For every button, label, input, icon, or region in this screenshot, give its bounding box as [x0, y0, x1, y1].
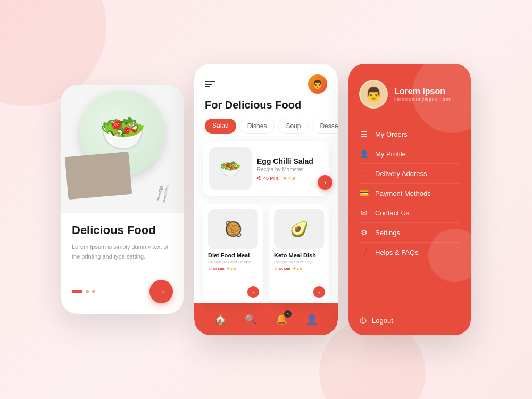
nav-home-icon[interactable]: 🏠: [214, 313, 226, 325]
hamburger-menu[interactable]: [205, 81, 215, 87]
food-card-2: 🥑 Keto Meal Dish Recipe by Chef Zoya ⏱ 4…: [269, 204, 329, 303]
user-email-label: lorem.ipson@gmail.com: [394, 96, 451, 102]
user-avatar-header[interactable]: 👨: [308, 74, 327, 94]
onboarding-screen: 🥗 🍴 Delicious Food Lorem Ipsum is simply…: [61, 85, 184, 314]
menu-item-payment[interactable]: 💳 Payment Methods: [359, 184, 460, 203]
orders-label: My Orders: [375, 130, 408, 138]
nav-search-icon[interactable]: 🔍: [245, 313, 256, 325]
food-card-1-image: 🥘: [208, 209, 258, 249]
featured-food-meta: ⏱ 45 Min ★ 4.9: [257, 176, 323, 181]
card-2-rating-val: 4.9: [297, 267, 302, 271]
user-info: Lorem Ipson lorem.ipson@gmail.com: [394, 87, 451, 102]
food-card-2-recipe: Recipe by Chef Zoya: [274, 260, 324, 264]
contact-icon: ✉: [359, 209, 369, 217]
app-header: 👨: [194, 64, 338, 99]
logout-button[interactable]: ⏻ Logout: [359, 307, 460, 325]
card-1-time: ⏱ 45 Min: [208, 267, 225, 271]
hamburger-line-2: [205, 84, 212, 85]
food-card-2-name: Keto Meal Dish: [274, 252, 324, 259]
tab-dishes[interactable]: Dishes: [239, 119, 275, 134]
payment-label: Payment Methods: [375, 189, 431, 197]
logout-section: ⏻ Logout: [359, 307, 460, 325]
user-profile-section: 👨 Lorem Ipson lorem.ipson@gmail.com: [359, 80, 460, 109]
menu-item-help[interactable]: ❓ Helps & FAQs: [359, 243, 460, 262]
featured-time-badge: ⏱ 45 Min: [257, 176, 278, 181]
featured-rating-value: 4.9: [288, 176, 295, 181]
onboarding-title: Delicious Food: [72, 223, 173, 237]
logout-icon: ⏻: [359, 316, 367, 325]
star-icon-2: ★: [293, 267, 296, 271]
delivery-label: Delivery Address: [375, 170, 427, 178]
dot-3: [92, 290, 95, 293]
utensils-decoration: 🍴: [151, 181, 175, 204]
menu-item-delivery[interactable]: 📍 Delivery Address: [359, 164, 460, 184]
tab-soup[interactable]: Soup: [278, 119, 309, 134]
clock-icon-1: ⏱: [208, 267, 212, 271]
notification-badge: 5: [284, 310, 292, 318]
next-button[interactable]: →: [149, 280, 173, 303]
featured-rating: ★ 4.9: [282, 176, 295, 181]
food-card-1-name: Diet Food Meal: [208, 252, 258, 259]
featured-time-value: 45 Min: [263, 176, 278, 181]
tab-dessert[interactable]: Dessert: [312, 119, 338, 134]
featured-food-card: 🥗 Egg Chilli Salad Recipe by Momstar ⏱ 4…: [203, 141, 329, 196]
food-image-area: 🥗 🍴: [61, 85, 184, 213]
clock-icon-2: ⏱: [274, 267, 278, 271]
card-1-rating: ★ 4.9: [227, 267, 236, 271]
menu-item-contact[interactable]: ✉ Contact Us: [359, 203, 460, 223]
food-card-1-recipe: Recipe by Chef Denny: [208, 260, 258, 264]
card-1-arrow-button[interactable]: ›: [247, 286, 259, 298]
featured-food-recipe: Recipe by Momstar: [257, 167, 323, 172]
card-2-time-val: 45 Min: [279, 267, 290, 271]
delivery-icon: 📍: [359, 169, 369, 178]
menu-item-orders[interactable]: ☰ My Orders: [359, 124, 460, 144]
settings-icon: ⚙: [359, 228, 369, 237]
main-app-screen: 👨 For Delicious Food Salad Dishes Soup D…: [194, 64, 338, 335]
profile-icon: 👤: [359, 149, 369, 158]
help-icon: ❓: [359, 248, 369, 256]
main-title: For Delicious Food: [194, 99, 338, 119]
card-1-time-val: 45 Min: [213, 267, 225, 271]
card-1-rating-val: 4.9: [231, 267, 236, 271]
menu-item-profile[interactable]: 👤 My Profile: [359, 144, 460, 164]
side-menu-content: 👨 Lorem Ipson lorem.ipson@gmail.com ☰ My…: [348, 64, 471, 272]
onboarding-footer: →: [61, 280, 184, 303]
profile-label: My Profile: [375, 150, 406, 158]
card-2-arrow-button[interactable]: ›: [313, 286, 325, 298]
tab-salad[interactable]: Salad: [205, 119, 236, 134]
side-menu-screen: 👨 Lorem Ipson lorem.ipson@gmail.com ☰ My…: [348, 64, 471, 335]
menu-item-settings[interactable]: ⚙ Settings: [359, 223, 460, 243]
main-app-inner: 👨 For Delicious Food Salad Dishes Soup D…: [194, 64, 338, 335]
payment-icon: 💳: [359, 189, 369, 197]
hamburger-line-1: [205, 81, 215, 82]
featured-food-image: 🥗: [209, 147, 252, 190]
dot-2: [86, 290, 89, 293]
nav-notification-icon[interactable]: 🔔 5: [276, 313, 287, 325]
contact-label: Contact Us: [375, 209, 409, 217]
card-2-rating: ★ 4.9: [293, 267, 302, 271]
dot-active: [72, 290, 82, 293]
hamburger-line-3: [205, 86, 210, 87]
card-2-time: ⏱ 45 Min: [274, 267, 290, 271]
logout-label: Logout: [372, 317, 393, 325]
nav-profile-icon[interactable]: 👤: [306, 313, 318, 325]
help-label: Helps & FAQs: [375, 248, 419, 256]
pagination-dots: [72, 290, 95, 293]
category-tabs: Salad Dishes Soup Dessert: [194, 119, 338, 134]
food-card-1-meta: ⏱ 45 Min ★ 4.9: [208, 267, 258, 271]
food-card-1: 🥘 Diet Food Meal Recipe by Chef Denny ⏱ …: [203, 204, 263, 303]
orders-icon: ☰: [359, 130, 369, 138]
settings-label: Settings: [375, 229, 400, 237]
food-card-2-image: 🥑: [274, 209, 324, 249]
featured-arrow-button[interactable]: ›: [318, 175, 332, 190]
food-card-2-meta: ⏱ 45 Min ★ 4.9: [274, 267, 324, 271]
user-avatar-large: 👨: [359, 80, 388, 109]
onboarding-description: Lorem Ipsum is simply dummy text of the …: [72, 243, 173, 261]
featured-food-info: Egg Chilli Salad Recipe by Momstar ⏱ 45 …: [257, 157, 323, 181]
food-cards-grid: 🥘 Diet Food Meal Recipe by Chef Denny ⏱ …: [194, 204, 338, 303]
user-name-label: Lorem Ipson: [394, 87, 451, 96]
cloth-decoration: [65, 152, 132, 200]
featured-food-name: Egg Chilli Salad: [257, 157, 323, 165]
star-icon: ★: [282, 176, 287, 181]
star-icon-1: ★: [227, 267, 230, 271]
